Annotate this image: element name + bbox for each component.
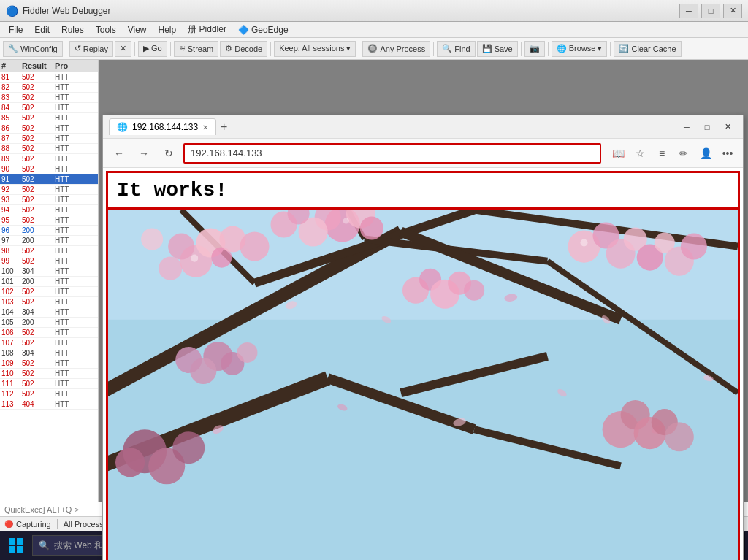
stream-button[interactable]: ≋ Stream [174, 41, 218, 57]
browser-window: 🌐 192.168.144.133 ✕ + ─ □ ✕ ← → ↻ 📖 [102, 115, 744, 560]
session-row[interactable]: 97 200 HTT [0, 236, 98, 246]
row-result: 502 [22, 298, 55, 306]
session-row[interactable]: 103 502 HTT [0, 297, 98, 307]
session-row[interactable]: 102 502 HTT [0, 287, 98, 297]
nav-icons: 📖 ☆ ≡ ✏ 👤 ••• [608, 144, 737, 163]
menu-edit[interactable]: Edit [28, 23, 56, 37]
svg-point-60 [115, 448, 145, 477]
session-row[interactable]: 92 502 HTT [0, 185, 98, 195]
refresh-button[interactable]: ↻ [159, 143, 179, 164]
clear-cache-icon: 🔄 [619, 44, 629, 53]
session-row[interactable]: 98 502 HTT [0, 246, 98, 256]
go-button[interactable]: ▶ Go [138, 41, 167, 57]
session-row[interactable]: 113 404 HTT [0, 399, 98, 410]
save-button[interactable]: 💾 Save [477, 41, 518, 57]
session-row[interactable]: 91 502 HTT [0, 174, 98, 185]
session-row[interactable]: 108 304 HTT [0, 348, 98, 358]
session-row[interactable]: 100 304 HTT [0, 266, 98, 277]
winconfig-button[interactable]: 🔧 WinConfig [3, 41, 63, 57]
menu-view[interactable]: View [122, 23, 153, 37]
edit-button[interactable]: ✏ [674, 144, 693, 163]
session-row[interactable]: 105 200 HTT [0, 318, 98, 328]
svg-point-25 [360, 216, 383, 239]
session-row[interactable]: 111 502 HTT [0, 379, 98, 389]
menu-help[interactable]: Help [153, 23, 183, 37]
session-row[interactable]: 89 502 HTT [0, 154, 98, 164]
session-row[interactable]: 86 502 HTT [0, 123, 98, 134]
session-row[interactable]: 95 502 HTT [0, 215, 98, 226]
favorites-button[interactable]: ☆ [630, 144, 649, 163]
more-button[interactable]: ••• [718, 144, 737, 163]
session-row[interactable]: 106 502 HTT [0, 328, 98, 338]
session-row[interactable]: 96 200 HTT [0, 226, 98, 236]
row-num: 102 [1, 288, 22, 296]
row-num: 82 [1, 83, 22, 91]
session-row[interactable]: 93 502 HTT [0, 195, 98, 205]
reader-view-button[interactable]: 📖 [608, 144, 627, 163]
clear-cache-button[interactable]: 🔄 Clear Cache [614, 41, 681, 57]
menu-tools[interactable]: Tools [90, 23, 122, 37]
divider-7 [521, 42, 522, 56]
new-tab-button[interactable]: + [216, 120, 232, 134]
row-result: 502 [22, 83, 55, 91]
browse-button[interactable]: 🌐 Browse ▾ [552, 41, 608, 57]
browser-nav-bar: ← → ↻ 📖 ☆ ≡ ✏ 👤 ••• [103, 139, 743, 168]
back-button[interactable]: ← [109, 143, 129, 164]
browser-max-button[interactable]: □ [698, 119, 717, 135]
session-row[interactable]: 85 502 HTT [0, 113, 98, 123]
row-proto: HTT [55, 288, 97, 296]
row-num: 105 [1, 318, 22, 326]
session-row[interactable]: 109 502 HTT [0, 358, 98, 369]
keep-sessions-button[interactable]: Keep: All sessions ▾ [274, 41, 356, 57]
geoedge-icon: 🔷 [238, 25, 249, 35]
row-result: 304 [22, 308, 55, 316]
menu-geoedge[interactable]: 🔷GeoEdge [232, 23, 294, 37]
row-result: 200 [22, 237, 55, 245]
maximize-button[interactable]: □ [701, 4, 720, 18]
row-proto: HTT [55, 114, 97, 122]
browser-tab[interactable]: 🌐 192.168.144.133 ✕ [109, 118, 216, 135]
replay-icon: ↺ [75, 44, 81, 53]
session-row[interactable]: 84 502 HTT [0, 103, 98, 113]
menu-rules[interactable]: Rules [56, 23, 90, 37]
session-row[interactable]: 90 502 HTT [0, 164, 98, 174]
browser-min-button[interactable]: ─ [677, 119, 696, 135]
session-row[interactable]: 87 502 HTT [0, 134, 98, 144]
session-row[interactable]: 104 304 HTT [0, 307, 98, 318]
session-row[interactable]: 110 502 HTT [0, 369, 98, 379]
session-row[interactable]: 82 502 HTT [0, 83, 98, 93]
session-row[interactable]: 107 502 HTT [0, 338, 98, 348]
x-button[interactable]: ✕ [115, 41, 131, 57]
decode-button[interactable]: ⚙ Decode [220, 41, 267, 57]
session-row[interactable]: 81 502 HTT [0, 72, 98, 83]
session-row[interactable]: 94 502 HTT [0, 205, 98, 215]
close-button[interactable]: ✕ [723, 4, 742, 18]
start-button[interactable] [3, 532, 29, 559]
find-button[interactable]: 🔍 Find [437, 41, 475, 57]
tab-close-button[interactable]: ✕ [202, 123, 208, 131]
menu-button[interactable]: ≡ [652, 144, 671, 163]
any-process-button[interactable]: 🔘 Any Process [362, 41, 430, 57]
row-num: 106 [1, 329, 22, 337]
row-num: 87 [1, 134, 22, 142]
row-result: 502 [22, 73, 55, 81]
menu-piddler[interactable]: 册 Piddler [182, 22, 232, 37]
row-num: 81 [1, 73, 22, 81]
session-row[interactable]: 83 502 HTT [0, 93, 98, 103]
replay-button[interactable]: ↺ Replay [69, 41, 113, 57]
session-row[interactable]: 112 502 HTT [0, 389, 98, 399]
divider-2 [134, 42, 135, 56]
profile-button[interactable]: 👤 [696, 144, 715, 163]
browser-close-button[interactable]: ✕ [718, 119, 737, 135]
session-row[interactable]: 88 502 HTT [0, 144, 98, 154]
row-result: 200 [22, 226, 55, 234]
session-row[interactable]: 99 502 HTT [0, 256, 98, 266]
row-num: 98 [1, 247, 22, 255]
session-row[interactable]: 101 200 HTT [0, 277, 98, 287]
address-bar[interactable] [183, 143, 601, 164]
menu-file[interactable]: File [3, 23, 28, 37]
forward-button[interactable]: → [134, 143, 154, 164]
session-panel: # Result Pro 81 502 HTT 82 502 HTT 83 50… [0, 60, 99, 502]
minimize-button[interactable]: ─ [679, 4, 698, 18]
screenshot-button[interactable]: 📷 [524, 41, 545, 57]
